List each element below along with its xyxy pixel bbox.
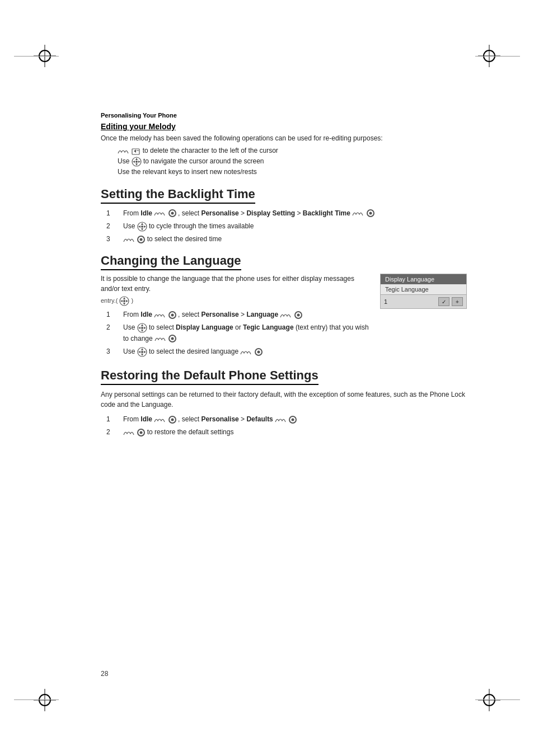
defaults-step-text-1: From Idle , select Personalise > Default… [123, 414, 467, 425]
signal-icon-d2 [275, 416, 287, 423]
step-text-3: to select the desired time [123, 234, 467, 245]
svg-marker-34 [141, 330, 143, 332]
editing-melody-bullets: to delete the character to the left of t… [118, 145, 467, 178]
nav-cross-icon-l2 [137, 323, 147, 333]
svg-marker-29 [120, 300, 123, 302]
lang-step-text-3: Use to select the desired language [123, 346, 371, 357]
step-num-3: 3 [106, 234, 123, 245]
screen-buttons: ✓ + [438, 297, 463, 306]
svg-marker-22 [141, 228, 143, 231]
svg-marker-33 [141, 324, 143, 326]
svg-marker-28 [123, 303, 125, 305]
step-text: From Idle , select Personalise > Display… [123, 208, 467, 219]
svg-marker-36 [144, 327, 146, 329]
signal-icon-l3 [154, 335, 167, 342]
bullet-3: Use the relevant keys to insert new note… [118, 167, 467, 177]
lang-step-3: 3 Use [106, 346, 371, 357]
corner-mark-bl [34, 689, 56, 711]
nav-cross-icon-1 [132, 157, 142, 167]
language-section: Changing the Language It is possible to … [101, 253, 467, 359]
hline-tl [14, 56, 59, 57]
corner-mark-br [478, 689, 500, 711]
svg-marker-24 [144, 226, 146, 228]
svg-marker-27 [123, 297, 125, 299]
lang-step-num-1: 1 [106, 309, 123, 320]
editing-melody-title: Editing your Melody [101, 122, 467, 131]
defaults-section: Restoring the Default Phone Settings Any… [101, 368, 467, 438]
backlight-step-1: 1 From Idle , select Personalise > Displ… [106, 208, 467, 219]
signal-icon-d1 [154, 416, 166, 423]
backlight-step-3: 3 to select the desired time [106, 234, 467, 245]
defaults-step-text-2: to restore the default settings [123, 427, 467, 438]
defaults-step-num-1: 1 [106, 414, 123, 425]
signal-icon-d3 [123, 429, 135, 436]
editing-melody-intro: Once the melody has been saved the follo… [101, 133, 467, 143]
svg-marker-39 [141, 348, 143, 350]
lang-step-text-2: Use to select Display Language or Te [123, 322, 371, 344]
step-num-2: 2 [106, 221, 123, 232]
svg-point-43 [141, 351, 143, 353]
bullet-1-text: to delete the character to the left of t… [143, 147, 278, 154]
svg-marker-41 [138, 351, 140, 353]
section-header: Personalising Your Phone [101, 112, 467, 119]
language-entry-note: entry.( ) [101, 296, 371, 306]
svg-marker-21 [141, 223, 143, 225]
hline-bl [14, 699, 59, 700]
screen-second-item: Tegic Language [381, 284, 466, 294]
language-steps: 1 From Idle , select Personalise > Langu… [106, 309, 371, 357]
language-title: Changing the Language [101, 253, 467, 270]
svg-point-31 [123, 300, 125, 302]
backlight-steps: 1 From Idle , select Personalise > Displ… [106, 208, 467, 245]
svg-marker-16 [135, 163, 138, 166]
signal-icon-l2 [280, 312, 292, 318]
lang-step-2: 2 Use [106, 322, 371, 344]
screen-highlighted-item: Display Language [381, 274, 466, 284]
defaults-steps: 1 From Idle , select Personalise > Defau… [106, 414, 467, 438]
nav-cross-icon-bl [137, 222, 147, 232]
defaults-step-num-2: 2 [106, 427, 123, 438]
svg-point-19 [135, 161, 138, 163]
signal-icon-bl1 [154, 210, 166, 217]
bullet-2: Use to navigate the cursor around the sc… [118, 156, 467, 167]
language-big-title: Changing the Language [101, 253, 241, 270]
language-screen-mockup: Display Language Tegic Language 1 ✓ + [380, 274, 467, 359]
signal-icon-1 [118, 148, 130, 154]
signal-icon-l4 [240, 349, 252, 355]
backlight-section: Setting the Backlight Time 1 From Idle ,… [101, 187, 467, 245]
page-number: 28 [101, 670, 108, 678]
bullet-3-text: Use the relevant keys to insert new note… [118, 168, 257, 176]
svg-point-37 [141, 327, 143, 329]
svg-marker-30 [126, 300, 128, 302]
nav-cross-icon-l3 [137, 347, 147, 357]
backlight-big-title: Setting the Backlight Time [101, 187, 255, 204]
screen-btn-x[interactable]: + [452, 297, 463, 306]
language-left: It is possible to change the language th… [101, 274, 371, 359]
page: Personalising Your Phone Editing your Me… [0, 0, 534, 756]
screen-bottom-bar: 1 ✓ + [381, 294, 466, 308]
backlight-step-2: 2 Use to cycle through the times availab… [106, 221, 467, 232]
step-text-2: Use to cycle through the times available [123, 221, 467, 232]
svg-marker-17 [133, 161, 135, 163]
svg-marker-40 [141, 354, 143, 356]
defaults-step-2: 2 to restore the default settings [106, 427, 467, 438]
lang-step-text-1: From Idle , select Personalise > Languag… [123, 309, 371, 320]
svg-marker-15 [135, 158, 138, 160]
language-intro: It is possible to change the language th… [101, 274, 371, 294]
bullet-1: to delete the character to the left of t… [118, 145, 467, 156]
lang-step-num-3: 3 [106, 346, 123, 357]
step-num: 1 [106, 208, 123, 219]
defaults-big-title: Restoring the Default Phone Settings [101, 368, 318, 385]
signal-icon-l1 [154, 312, 166, 318]
signal-icon-bl3 [123, 236, 135, 243]
screen-btn-check[interactable]: ✓ [438, 297, 449, 306]
bullet-2-text: to navigate the cursor around the screen [143, 157, 264, 165]
svg-marker-18 [138, 161, 140, 163]
svg-point-25 [141, 226, 143, 228]
nav-cross-icon-lang0 [119, 296, 129, 306]
hline-tr [475, 56, 520, 57]
screen-page-num: 1 [384, 298, 387, 305]
svg-marker-35 [138, 327, 140, 329]
defaults-intro: Any personal settings can be returned to… [101, 389, 467, 410]
main-content: Personalising Your Phone Editing your Me… [101, 112, 467, 440]
backlight-title: Setting the Backlight Time [101, 187, 467, 204]
